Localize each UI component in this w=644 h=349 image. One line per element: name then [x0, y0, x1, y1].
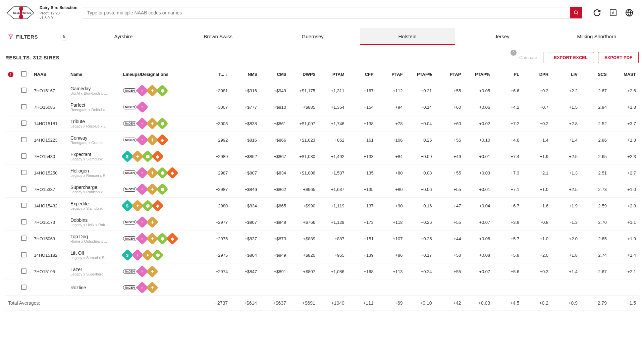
data-cell: +44 [434, 231, 464, 247]
data-cell: +2.8 [551, 115, 580, 132]
sire-name: Heliogen [70, 168, 118, 173]
row-checkbox[interactable] [21, 252, 26, 257]
column-header[interactable]: DWP$ [289, 66, 318, 83]
export-pdf-button[interactable]: EXPORT PDF [598, 52, 639, 63]
name-cell[interactable]: ExpediteLegacy x Slamdunk ... [68, 198, 120, 214]
name-cell[interactable]: Top DogRome x Outsiders x ... [68, 231, 120, 247]
data-cell [464, 280, 493, 296]
name-cell[interactable]: Rozline [68, 280, 120, 296]
column-header[interactable]: NM$ [230, 66, 260, 83]
nxgen-badge: NxGEN [123, 220, 137, 225]
data-cell: +106 [376, 132, 406, 148]
column-header[interactable]: Lineups/Designations [120, 66, 201, 83]
customize-columns-icon[interactable]: A [609, 9, 617, 17]
row-checkbox[interactable] [21, 104, 26, 109]
name-cell[interactable]: HeliogenLegacy x Reason x R... [68, 165, 120, 181]
name-cell[interactable]: GamedayBig Al x Blowtorch x ... [68, 83, 120, 99]
row-checkbox[interactable] [21, 170, 26, 175]
column-header[interactable]: PTAF% [406, 66, 435, 83]
name-cell[interactable]: LazerLegacy x Superhero ... [68, 263, 120, 280]
globe-icon[interactable] [625, 9, 633, 17]
column-header[interactable]: PTAP [434, 66, 464, 83]
row-checkbox[interactable] [21, 137, 26, 142]
column-header[interactable]: CFP [347, 66, 376, 83]
breed-tab-guernsey[interactable]: Guernsey [265, 28, 360, 45]
row-checkbox[interactable] [21, 268, 26, 274]
data-cell: +1,354 [318, 99, 347, 115]
svg-rect-5 [20, 9, 22, 17]
data-cell: +$1,006 [289, 165, 318, 181]
breed-tab-jersey[interactable]: Jersey [455, 28, 549, 45]
name-cell[interactable]: TributeLegacy x Resolve x J... [68, 115, 120, 132]
alert-indicator-icon[interactable]: ! [8, 72, 13, 77]
row-checkbox[interactable] [21, 186, 26, 192]
breed-tab-ayrshire[interactable]: Ayrshire [76, 28, 171, 45]
sire-name: Dobbins [70, 217, 118, 223]
column-header[interactable]: SCS [580, 66, 609, 83]
table-row: 7HO15195LazerLegacy x Superhero ...NxGEN… [5, 263, 639, 280]
column-header[interactable]: MAST [609, 66, 639, 83]
row-checkbox[interactable] [21, 219, 26, 225]
row-checkbox[interactable] [21, 285, 26, 290]
data-cell: +2989 [201, 148, 230, 165]
breed-tab-holstein[interactable]: Holstein [360, 28, 454, 45]
lineups-cell: NxGEN♀ [120, 99, 201, 115]
search-button[interactable] [570, 7, 582, 18]
row-checkbox[interactable] [21, 88, 26, 93]
app-meta: Dairy Sire Selection Proof: 12/20 v1.3.0… [40, 5, 77, 20]
name-cell[interactable]: DobbinsLegacy x Helix x Rub... [68, 214, 120, 231]
data-cell: +7.3 [493, 165, 522, 181]
right-hscroll[interactable] [105, 336, 639, 341]
refresh-icon[interactable] [593, 9, 601, 17]
data-cell: +$820 [289, 247, 318, 263]
column-header[interactable]: CM$ [260, 66, 289, 83]
lineups-cell: NxGEN♀✦⬢◆ [120, 165, 201, 181]
table-row: 7HO15430ExpectantLegacy x Slamdunk ...$✦… [5, 148, 639, 165]
data-cell [201, 280, 230, 296]
table-scroll-area[interactable]: ! NAABNameLineups/DesignationsT...↓NM$CM… [0, 66, 644, 335]
table-row: 7HO15173DobbinsLegacy x Helix x Rub...Nx… [5, 214, 639, 231]
row-checkbox[interactable] [21, 153, 26, 159]
column-header[interactable]: DPR [522, 66, 551, 83]
search-input[interactable] [83, 7, 570, 18]
row-checkbox[interactable] [21, 120, 26, 126]
data-cell: +0.01 [464, 148, 493, 165]
data-cell: +7.2 [493, 115, 522, 132]
column-header[interactable]: PTAF [376, 66, 406, 83]
column-header[interactable]: T...↓ [201, 66, 230, 83]
data-cell: +2974 [201, 263, 230, 280]
column-header[interactable]: NAAB [31, 66, 68, 83]
green-badge: ⬢ [156, 117, 169, 130]
breed-tab-brown-swiss[interactable]: Brown Swiss [171, 28, 265, 45]
left-hscroll[interactable] [5, 336, 99, 341]
column-header[interactable]: Name [68, 66, 120, 83]
name-cell[interactable]: ExpectantLegacy x Slamdunk ... [68, 148, 120, 165]
name-cell[interactable]: SuperchargeLegacy x Rubicon x ... [68, 181, 120, 198]
export-excel-button[interactable]: EXPORT EXCEL [548, 52, 594, 63]
select-all-checkbox[interactable] [21, 71, 26, 77]
column-header[interactable]: PTAP% [464, 66, 493, 83]
totals-cell: +0.03 [464, 296, 493, 311]
totals-cell: +4.5 [493, 296, 522, 311]
name-cell[interactable]: Lift OffLegacy x Samuri x S... [68, 247, 120, 263]
name-cell[interactable]: ParfectRenegade x Delta-La... [68, 99, 120, 115]
column-header[interactable]: LIV [551, 66, 580, 83]
filters-tab[interactable]: FILTERS 5 [0, 28, 76, 45]
naab-cell [31, 280, 68, 296]
naab-cell: 7HO15173 [31, 214, 68, 231]
breed-tab-milking-shorthorn[interactable]: Milking Shorthorn [549, 28, 644, 45]
data-cell: +6.6 [493, 83, 522, 99]
name-cell[interactable]: ConwayRenegade x Granite ... [68, 132, 120, 148]
row-checkbox[interactable] [21, 203, 26, 208]
data-cell: +2975 [201, 231, 230, 247]
column-header[interactable]: PTAM [318, 66, 347, 83]
totals-cell: +2737 [201, 296, 230, 311]
sire-name: Lazer [70, 267, 118, 272]
column-header[interactable]: PL [493, 66, 522, 83]
data-cell [260, 280, 289, 296]
compare-button[interactable]: 0 Compare [513, 52, 543, 63]
row-checkbox[interactable] [21, 236, 26, 241]
orange-badge: ◆ [151, 200, 164, 212]
app-header: SELECT SIRES Dairy Sire Selection Proof:… [0, 0, 644, 26]
data-cell: +$849 [260, 247, 289, 263]
